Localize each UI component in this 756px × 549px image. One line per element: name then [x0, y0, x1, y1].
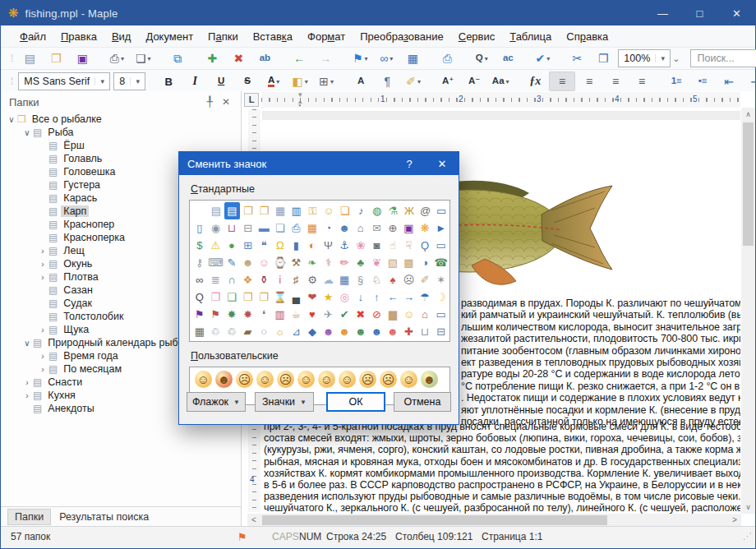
grow-font-button[interactable]: A⁺	[436, 72, 460, 90]
icon-document-2[interactable]: ▤	[224, 202, 241, 219]
numbered-list-button[interactable]: 1≡	[664, 72, 689, 90]
icon-arrow-down[interactable]: ↓	[353, 288, 369, 306]
scroll-up-arrow[interactable]: ∧	[741, 108, 755, 121]
icon-pushpin-green[interactable]: ✸	[224, 306, 240, 323]
icon-paperclip[interactable]: §	[353, 271, 369, 288]
icon-flower[interactable]: ❀	[353, 237, 369, 254]
icon-folder-lock[interactable]: ❐	[240, 288, 256, 306]
icon-airplane[interactable]: ✈	[320, 306, 337, 323]
font-combo[interactable]: MS Sans Serif▾	[18, 72, 110, 90]
icon-person-red[interactable]: ☻	[385, 323, 401, 340]
icon-candle[interactable]: ⅰ	[272, 271, 288, 288]
replace-button[interactable]: ac	[496, 49, 520, 67]
icon-trash-2[interactable]: ♲	[224, 323, 240, 340]
chevron-expanded-icon[interactable]: ∨	[6, 115, 17, 124]
horizontal-scrollbar[interactable]: < >	[247, 514, 741, 527]
icon-battery[interactable]: ▮	[288, 237, 305, 254]
menu-item-3[interactable]: Документ	[138, 30, 201, 43]
sidebar-tab-folders[interactable]: Папки	[7, 509, 51, 525]
icon-at-sign[interactable]: @	[417, 202, 434, 219]
icon-table-calendar[interactable]: ▦	[304, 219, 320, 237]
icon-arrow-right[interactable]: →	[401, 288, 417, 306]
align-left-button[interactable]: ≡	[549, 72, 575, 91]
icon-brush[interactable]: ✐	[417, 271, 433, 288]
print-button[interactable]: ⎙▾	[104, 49, 129, 67]
icon-alarm-clock[interactable]: ⌚	[272, 254, 288, 271]
maximize-button[interactable]: □	[681, 1, 718, 25]
borders-button[interactable]: ⊞▾	[314, 72, 339, 90]
icon-chef[interactable]: ☻	[240, 254, 256, 271]
menu-item-8[interactable]: Сервис	[451, 30, 503, 43]
icon-bookmark-red[interactable]: ⚑	[208, 306, 224, 323]
font-size-combo[interactable]: 8▾	[113, 72, 145, 90]
add-button[interactable]: ✚	[200, 49, 224, 67]
icon-cross[interactable]: ✖	[353, 306, 369, 323]
menu-item-7[interactable]: Преобразование	[353, 30, 451, 43]
tab-stop-selector[interactable]: L	[244, 93, 259, 107]
tree-item-1[interactable]: ∨▤Рыба	[1, 126, 241, 139]
save-button[interactable]: ▣	[70, 49, 94, 67]
new-document-button[interactable]: ▤	[17, 49, 42, 67]
icon-gift[interactable]: ▩	[401, 254, 417, 271]
icon-lock[interactable]: ⚿	[305, 202, 321, 219]
menu-item-0[interactable]: Файл	[12, 30, 53, 43]
tree-item-0[interactable]: ∨❒Все о рыбалке	[1, 113, 241, 126]
icon-emoji-sad[interactable]: ☹	[380, 371, 397, 388]
flag-dropdown-button[interactable]: Флажок▼	[187, 392, 246, 412]
icon-first-aid[interactable]: ✚	[401, 323, 417, 340]
icon-emoji-worried[interactable]: ☹	[359, 371, 376, 388]
icon-arrow-left[interactable]: ←	[385, 288, 401, 306]
icon-tree[interactable]: ♣	[353, 254, 369, 271]
icon-question-bubble[interactable]: ❝	[256, 237, 272, 254]
underline-button[interactable]: U	[209, 72, 233, 90]
icon-card-heart[interactable]: ❤	[304, 288, 320, 306]
close-icon[interactable]: ✕	[218, 96, 234, 108]
icon-music-note[interactable]: ♪	[353, 202, 369, 219]
cancel-button[interactable]: Отмена	[394, 392, 451, 412]
chevron-expanded-icon[interactable]: ∨	[21, 128, 33, 137]
icon-coffee-cup[interactable]: ☕	[288, 306, 305, 323]
icon-bulb-off[interactable]: ○	[256, 323, 272, 340]
icon-camera[interactable]: ◙	[369, 237, 385, 254]
icon-maple-leaf[interactable]: ❋	[417, 219, 433, 237]
icon-emoji-wink[interactable]: ☺	[400, 371, 417, 388]
icon-lips[interactable]: ❦	[369, 254, 385, 271]
bulleted-list-button[interactable]: •≡	[690, 72, 715, 90]
strikethrough-button[interactable]: S	[235, 72, 260, 90]
icon-sailboat[interactable]: ⊿	[288, 323, 305, 340]
icon-emoji-smile[interactable]: ☺	[195, 371, 212, 388]
icon-nurse[interactable]: ⚕	[320, 254, 337, 271]
icon-magnifier[interactable]: Q	[191, 288, 208, 306]
pin-icon[interactable]: ╀	[201, 96, 218, 108]
icon-briefcase-brown[interactable]: ▆	[385, 306, 401, 323]
icon-smiley-2[interactable]: ☺	[401, 306, 417, 323]
zoom-combo[interactable]: 100%▾	[618, 49, 671, 67]
chevron-collapsed-icon[interactable]: ›	[37, 260, 48, 269]
icon-check[interactable]: ✔	[336, 306, 353, 323]
icon-package[interactable]: ▧	[385, 254, 401, 271]
switch-pane-button[interactable]: ⧉	[165, 49, 190, 67]
indent-button[interactable]: ⇥	[743, 72, 756, 90]
icons-dropdown-button[interactable]: Значки▼	[255, 392, 314, 412]
menu-item-1[interactable]: Правка	[53, 30, 104, 43]
icon-bookmark-purple[interactable]: ⚑	[191, 306, 208, 323]
icon-binoculars[interactable]: ∞	[191, 271, 208, 288]
icon-person-blue[interactable]: ☻	[369, 323, 385, 340]
icon-trash-recycle[interactable]: ♲	[208, 323, 224, 340]
icon-heart[interactable]: ♥	[304, 306, 320, 323]
fill-color-button[interactable]: ◧▾	[288, 72, 312, 90]
format-painter-button[interactable]: ✐▾	[401, 72, 426, 90]
resize-grip[interactable]: ⋰	[743, 531, 752, 542]
horizontal-ruler[interactable]: ▾ ▴ ▪ 12345	[261, 92, 740, 108]
icon-emoji-cool-sunglasses[interactable]: ☻	[215, 371, 233, 388]
sidebar-tab-search-results[interactable]: Результаты поиска	[53, 510, 155, 524]
toolbar-overflow-chevron[interactable]: ⌄	[672, 53, 680, 64]
icon-lifebuoy[interactable]: ◎	[336, 288, 353, 306]
icon-warning[interactable]: ⚠	[208, 237, 224, 254]
delete-button[interactable]: ✖	[226, 49, 251, 67]
icon-pencil[interactable]: ✏	[336, 254, 353, 271]
rename-button[interactable]: ab	[252, 49, 277, 67]
icon-calculator[interactable]: ▦	[336, 271, 353, 288]
chevron-down-icon[interactable]: ▾	[94, 77, 109, 85]
scroll-left-arrow[interactable]: <	[247, 514, 260, 527]
